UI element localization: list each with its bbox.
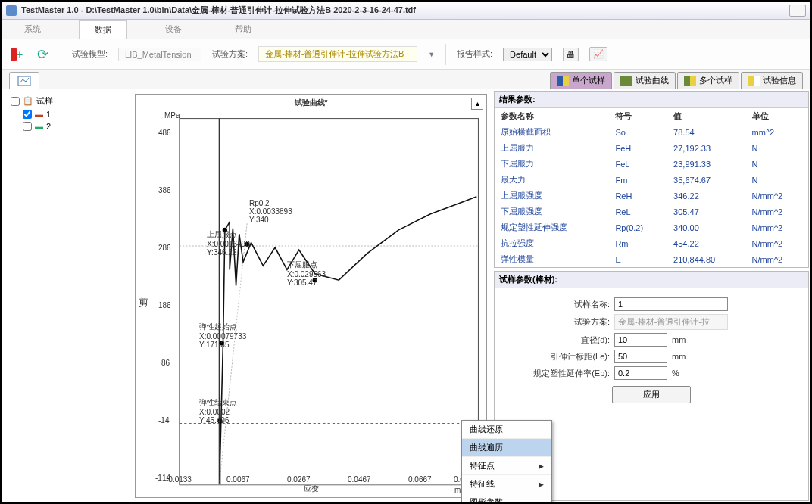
ctx-lines[interactable]: 特征线▶ (462, 475, 551, 493)
chart-svg (136, 95, 486, 504)
plan-readonly: 金属-棒材-普通引伸计-拉 (614, 314, 728, 330)
export-button[interactable]: 📈 (589, 47, 607, 61)
tab-single-sample[interactable]: 单个试样 (550, 72, 612, 89)
ctx-points[interactable]: 特征点▶ (462, 457, 551, 475)
refresh-button[interactable]: ⟳ (35, 47, 50, 62)
ctx-restore[interactable]: 曲线还原 (462, 421, 551, 439)
add-sample-button[interactable]: + (9, 47, 24, 62)
ann-base: 弹性结束点 X:0.0002 Y:45.406 (199, 397, 237, 425)
context-menu: 曲线还原 曲线遍历 特征点▶ 特征线▶ 图形参数 保存图片 打印图片 (461, 420, 552, 504)
menu-data[interactable]: 数据 (79, 20, 127, 39)
app-icon (6, 5, 17, 16)
sample-tree: 📋 试样 ▬ 1 ▬ 2 (2, 89, 130, 502)
table-row[interactable]: 规定塑性延伸强度Rp(0.2)340.00N/mm^2 (495, 219, 808, 235)
ctx-traverse[interactable]: 曲线遍历 (462, 439, 551, 457)
ann-upper: 上屈服点 X:0.0016490 Y:346.22 (207, 229, 250, 257)
results-header: 结果参数: (495, 92, 808, 108)
chart-area[interactable]: ▴ 试验曲线* MPa 应变 mm/mm 剪 Rp0.2 X:0.0033893… (135, 94, 487, 498)
plan-dropdown-icon[interactable]: ▼ (428, 51, 435, 58)
sample-name-input[interactable] (614, 297, 728, 311)
params-header: 试样参数(棒材): (495, 272, 808, 288)
style-select[interactable]: Default (503, 48, 552, 61)
table-row[interactable]: 抗拉强度Rm454.22N/mm^2 (495, 235, 808, 251)
tree-item-2[interactable]: ▬ 2 (6, 120, 125, 132)
results-table: 参数名称符号值单位 原始横截面积So78.54mm^2上屈服力FeH27,192… (495, 108, 808, 267)
style-label: 报告样式: (457, 48, 492, 60)
ann-rp: Rp0.2 X:0.0033893 Y:340 (249, 199, 292, 224)
table-row[interactable]: 原始横截面积So78.54mm^2 (495, 124, 808, 140)
ctx-params[interactable]: 图形参数 (462, 493, 551, 504)
menu-help[interactable]: 帮助 (220, 20, 267, 38)
minimize-button[interactable]: — (789, 5, 806, 17)
print-button[interactable]: 🖶 (563, 48, 579, 61)
chart-view-tab[interactable] (9, 72, 39, 89)
ann-lower: 下屈服点 X:0.029563 Y:305.47 (287, 260, 326, 287)
tab-info[interactable]: 试验信息 (741, 72, 803, 89)
model-field: LIB_MetalTension (118, 48, 201, 61)
menu-device[interactable]: 设备 (150, 20, 197, 38)
ep-input[interactable] (614, 366, 667, 380)
tree-root[interactable]: 📋 试样 (6, 94, 125, 108)
plan-field[interactable]: 金属-棒材-普通引伸计-拉伸试验方法B (258, 46, 417, 62)
apply-button[interactable]: 应用 (612, 386, 691, 403)
table-row[interactable]: 下屈服力FeL23,991.33N (495, 156, 808, 172)
model-label: 试验模型: (72, 48, 108, 60)
table-row[interactable]: 上屈服力FeH27,192.33N (495, 140, 808, 156)
ann-elastic: 弹性起始点 X:0.00079733 Y:171.35 (199, 322, 246, 349)
table-row[interactable]: 上屈服强度ReH346.22N/mm^2 (495, 188, 808, 204)
menu-system[interactable]: 系统 (9, 20, 56, 38)
window-title: TestMaster 1.0 - D:\TestMaster 1.0\bin\D… (21, 5, 788, 16)
tab-curve[interactable]: 试验曲线 (614, 72, 676, 89)
plan-label: 试验方案: (212, 48, 248, 60)
table-row[interactable]: 下屈服强度ReL305.47N/mm^2 (495, 204, 808, 219)
gauge-input[interactable] (614, 350, 667, 363)
diameter-input[interactable] (614, 333, 667, 347)
tab-multi-sample[interactable]: 多个试样 (677, 72, 739, 89)
table-row[interactable]: 最大力Fm35,674.67N (495, 172, 808, 188)
tree-item-1[interactable]: ▬ 1 (6, 108, 125, 120)
table-row[interactable]: 弹性模量E210,844.80N/mm^2 (495, 251, 808, 267)
